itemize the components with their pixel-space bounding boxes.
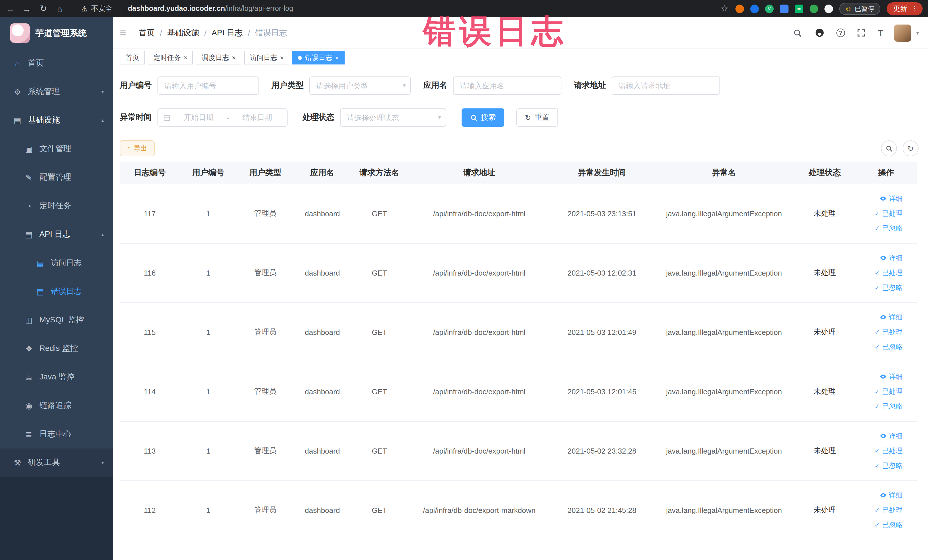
breadcrumb-item[interactable]: API 日志 bbox=[212, 27, 243, 38]
tabs-bar: 首页 定时任务 × 调度日志 × 访问日志 × 错误日志 × bbox=[113, 49, 928, 66]
table-toolbar: ↑ 导出 ↻ bbox=[113, 140, 928, 162]
tab-label: 定时任务 bbox=[154, 53, 181, 63]
sidebar-item-infrastructure[interactable]: ▤ 基础设施 ▴ bbox=[0, 106, 113, 135]
sidebar-item-java-monitor[interactable]: ☕ Java 监控 bbox=[0, 363, 113, 391]
bookmark-star-icon[interactable]: ☆ bbox=[720, 3, 729, 14]
avatar-caret-icon[interactable]: ▾ bbox=[916, 30, 919, 36]
help-icon[interactable]: ? bbox=[836, 29, 845, 37]
address-bar[interactable]: dashboard.yudao.iocoder.cn /infra/log/ap… bbox=[128, 5, 293, 12]
processed-link[interactable]: ✓已处理 bbox=[858, 443, 903, 458]
ignored-link[interactable]: ✓已忽略 bbox=[858, 517, 903, 533]
search-icon[interactable] bbox=[792, 27, 803, 38]
back-icon[interactable]: ← bbox=[6, 4, 15, 14]
sidebar-item-label: 定时任务 bbox=[40, 201, 71, 211]
tools-icon: ⚒ bbox=[12, 458, 22, 467]
sidebar-item-config-manage[interactable]: ✎ 配置管理 bbox=[0, 163, 113, 192]
breadcrumb-item[interactable]: 基础设施 bbox=[167, 27, 199, 38]
tab-scheduled-tasks[interactable]: 定时任务 × bbox=[148, 51, 193, 64]
ignored-link[interactable]: ✓已忽略 bbox=[858, 339, 903, 354]
close-icon[interactable]: × bbox=[184, 55, 188, 61]
extension-icon[interactable] bbox=[824, 4, 833, 13]
extension-icon[interactable] bbox=[750, 4, 759, 13]
ignored-link[interactable]: ✓已忽略 bbox=[858, 458, 903, 473]
security-chip[interactable]: ⚠ 不安全 bbox=[81, 4, 112, 14]
forward-icon[interactable]: → bbox=[22, 4, 31, 14]
detail-link[interactable]: 详细 bbox=[858, 191, 903, 206]
sidebar-item-api-log[interactable]: ▤ API 日志 ▴ bbox=[0, 220, 113, 249]
sidebar-item-error-log[interactable]: ▤ 错误日志 bbox=[0, 277, 113, 306]
update-button[interactable]: 更新 ⋮ bbox=[886, 2, 922, 15]
table-row: 113 1 管理员 dashboard GET /api/infra/db-do… bbox=[120, 421, 917, 481]
detail-link[interactable]: 详细 bbox=[858, 488, 903, 503]
processed-link[interactable]: ✓已处理 bbox=[858, 384, 903, 399]
user-id-input[interactable] bbox=[157, 76, 259, 95]
reset-button[interactable]: ↻ 重置 bbox=[516, 108, 558, 127]
tab-error-log[interactable]: 错误日志 × bbox=[292, 51, 345, 64]
user-type-select-input[interactable] bbox=[309, 76, 411, 95]
search-button[interactable]: 搜索 bbox=[462, 108, 504, 127]
cell-user-type: 管理员 bbox=[237, 481, 294, 540]
cell-exception: java.lang.IllegalArgumentException bbox=[653, 481, 795, 540]
home-nav-icon[interactable]: ⌂ bbox=[55, 4, 64, 14]
extension-icon[interactable] bbox=[780, 4, 788, 13]
app-name-input[interactable] bbox=[453, 76, 562, 95]
detail-link[interactable]: 详细 bbox=[858, 429, 903, 443]
extension-icon[interactable]: on bbox=[795, 4, 803, 13]
exception-time-range[interactable]: 开始日期 - 结束日期 bbox=[157, 108, 288, 127]
export-button[interactable]: ↑ 导出 bbox=[120, 140, 155, 156]
close-icon[interactable]: × bbox=[232, 55, 236, 61]
sidebar-item-dev-tools[interactable]: ⚒ 研发工具 ▾ bbox=[0, 449, 113, 477]
processed-link[interactable]: ✓已处理 bbox=[858, 503, 903, 517]
extension-icon[interactable] bbox=[735, 4, 744, 13]
extension-icon[interactable] bbox=[809, 4, 818, 13]
infrastructure-icon: ▤ bbox=[12, 116, 22, 125]
sidebar-item-file-manage[interactable]: ▣ 文件管理 bbox=[0, 135, 113, 163]
sidebar-item-access-log[interactable]: ▤ 访问日志 bbox=[0, 249, 113, 277]
check-icon: ✓ bbox=[875, 325, 880, 339]
sidebar-item-redis-monitor[interactable]: ❖ Redis 监控 bbox=[0, 334, 113, 363]
paused-badge[interactable]: ☺ 已暂停 bbox=[839, 3, 880, 15]
sidebar-item-home[interactable]: ⌂ 首页 bbox=[0, 49, 113, 78]
table-row: 112 1 管理员 dashboard GET /api/infra/db-do… bbox=[120, 481, 917, 540]
hamburger-icon[interactable]: ≡ bbox=[120, 26, 126, 39]
refresh-button[interactable]: ↻ bbox=[903, 140, 919, 156]
cell-user-type: 管理员 bbox=[237, 362, 294, 421]
update-label: 更新 bbox=[893, 4, 907, 14]
filter-form: 用户编号 用户类型 ▾ 应用名 请求地址 异常时间 bbox=[113, 66, 928, 127]
tab-home[interactable]: 首页 bbox=[120, 51, 145, 64]
sidebar-item-scheduled-tasks[interactable]: ◔ 定时任务 bbox=[0, 192, 113, 220]
sidebar-item-log-center[interactable]: ≣ 日志中心 bbox=[0, 420, 113, 449]
request-url-input[interactable] bbox=[612, 76, 720, 95]
user-type-select[interactable]: ▾ bbox=[309, 76, 411, 95]
ignored-link[interactable]: ✓已忽略 bbox=[858, 399, 903, 414]
extension-icon[interactable]: V bbox=[765, 4, 773, 13]
reload-icon[interactable]: ↻ bbox=[39, 3, 48, 14]
status-select-input[interactable] bbox=[340, 108, 446, 127]
close-icon[interactable]: × bbox=[335, 55, 339, 61]
tab-dispatch-log[interactable]: 调度日志 × bbox=[196, 51, 241, 64]
status-select[interactable]: ▾ bbox=[340, 108, 446, 127]
sidebar-item-label: MySQL 监控 bbox=[40, 315, 84, 325]
sidebar-item-trace[interactable]: ◉ 链路追踪 bbox=[0, 391, 113, 420]
sidebar-item-system[interactable]: ⚙ 系统管理 ▾ bbox=[0, 78, 113, 106]
cell-user-id: 1 bbox=[180, 481, 237, 540]
sidebar-item-mysql-monitor[interactable]: ◫ MySQL 监控 bbox=[0, 306, 113, 334]
ignored-link[interactable]: ✓已忽略 bbox=[858, 280, 903, 295]
avatar[interactable] bbox=[894, 24, 911, 41]
menu-dots-icon[interactable]: ⋮ bbox=[911, 5, 918, 12]
breadcrumb-item[interactable]: 首页 bbox=[139, 27, 155, 38]
close-icon[interactable]: × bbox=[280, 55, 284, 61]
tab-access-log[interactable]: 访问日志 × bbox=[244, 51, 290, 64]
processed-link[interactable]: ✓已处理 bbox=[858, 265, 903, 280]
detail-link[interactable]: 详细 bbox=[858, 250, 903, 265]
github-icon[interactable] bbox=[814, 27, 826, 38]
fullscreen-icon[interactable] bbox=[856, 27, 867, 38]
ignored-link[interactable]: ✓已忽略 bbox=[858, 221, 903, 236]
toggle-search-button[interactable] bbox=[881, 140, 897, 156]
processed-link[interactable]: ✓已处理 bbox=[858, 325, 903, 339]
font-size-icon[interactable]: T bbox=[878, 28, 883, 38]
detail-link[interactable]: 详细 bbox=[858, 369, 903, 384]
processed-link[interactable]: ✓已处理 bbox=[858, 206, 903, 221]
log-icon: ≣ bbox=[24, 430, 34, 439]
detail-link[interactable]: 详细 bbox=[858, 310, 903, 325]
